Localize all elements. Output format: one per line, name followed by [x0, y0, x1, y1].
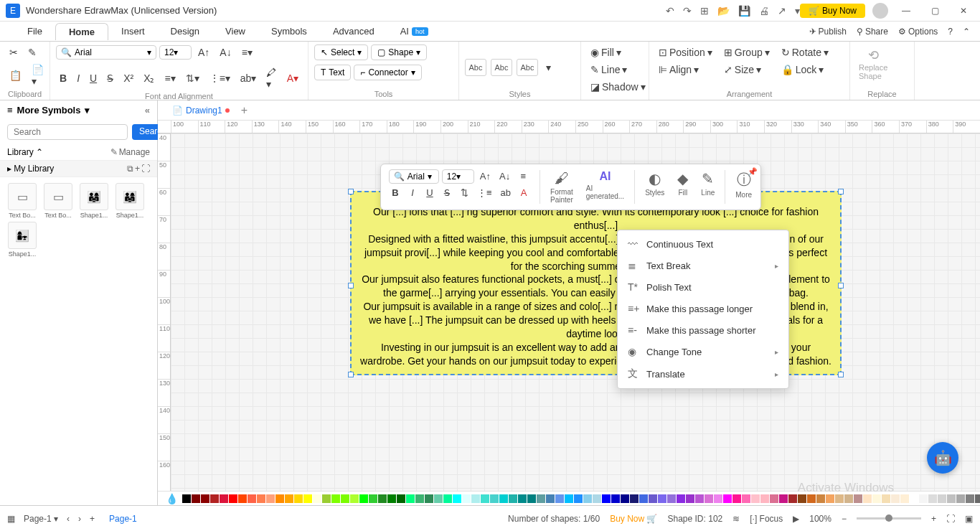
copy-button[interactable]: 📋 — [6, 67, 25, 83]
subscript-button[interactable]: X₂ — [140, 70, 158, 86]
color-swatch[interactable] — [555, 494, 564, 503]
collapse-panel-icon[interactable]: « — [145, 105, 150, 116]
color-swatch[interactable] — [900, 494, 909, 503]
color-swatch[interactable] — [350, 494, 359, 503]
shape-item[interactable]: 👨‍👩‍👧Shape1... — [113, 183, 146, 219]
color-swatch[interactable] — [406, 494, 415, 503]
color-swatch[interactable] — [686, 494, 694, 503]
tab-file[interactable]: File — [14, 23, 55, 39]
color-swatch[interactable] — [928, 494, 937, 503]
replace-shape-button[interactable]: ⟲Replace Shape — [856, 44, 890, 83]
color-swatch[interactable] — [611, 494, 620, 503]
shape-item[interactable]: 👨‍👩‍👧Shape1... — [77, 183, 110, 219]
color-swatch[interactable] — [490, 494, 499, 503]
color-swatch[interactable] — [705, 494, 713, 503]
float-format-painter[interactable]: 🖌Format Painter — [546, 169, 578, 205]
color-swatch[interactable] — [537, 494, 545, 503]
fullscreen-icon[interactable]: ▣ — [965, 514, 973, 524]
color-swatch[interactable] — [220, 494, 228, 503]
size-button[interactable]: ⤢ Size▾ — [720, 62, 773, 77]
duplicate-lib-icon[interactable]: ⧉ — [127, 164, 133, 174]
shape-item[interactable]: ▭Text Bo... — [42, 183, 75, 219]
ctx-make-longer[interactable]: ≡+Make this passage longer — [618, 298, 788, 319]
library-dropdown[interactable]: Library ⌃ — [7, 147, 43, 157]
color-swatch[interactable] — [751, 494, 760, 503]
superscript-button[interactable]: X² — [120, 70, 137, 86]
style-preview-2[interactable]: Abc — [491, 59, 512, 76]
color-swatch[interactable] — [770, 494, 778, 503]
connector-tool[interactable]: ⌐ Connector ▾ — [354, 65, 421, 80]
color-swatch[interactable] — [602, 494, 611, 503]
tab-insert[interactable]: Insert — [108, 23, 158, 39]
float-size-combo[interactable]: 12 ▾ — [442, 169, 474, 184]
help-button[interactable]: ? — [948, 27, 953, 37]
float-grow-font[interactable]: A↑ — [477, 169, 494, 184]
shrink-font[interactable]: A↓ — [216, 44, 235, 60]
color-swatch[interactable] — [257, 494, 265, 503]
color-swatch[interactable] — [863, 494, 872, 503]
collapse-ribbon[interactable]: ⌃ — [963, 27, 970, 37]
group-button[interactable]: ⊞ Group▾ — [720, 44, 773, 60]
float-align[interactable]: ≡ — [516, 169, 530, 184]
page-select[interactable]: Page-1 ▾ — [24, 514, 58, 524]
new-button[interactable]: ⊞ — [700, 5, 709, 17]
ctx-translate[interactable]: 文Translate▸ — [618, 362, 788, 385]
color-swatch[interactable] — [732, 494, 741, 503]
ctx-continuous-text[interactable]: 〰Continuous Text — [618, 233, 788, 255]
color-swatch[interactable] — [947, 494, 956, 503]
float-strike[interactable]: S̶ — [440, 185, 454, 200]
color-swatch[interactable] — [593, 494, 601, 503]
color-swatch[interactable] — [201, 494, 209, 503]
float-font-combo[interactable]: 🔍 Arial ▾ — [389, 169, 439, 184]
list-button[interactable]: ⋮≡▾ — [206, 70, 234, 86]
chat-bubble[interactable]: 🤖 — [927, 442, 958, 474]
underline-button[interactable]: U — [86, 70, 100, 86]
color-swatch[interactable] — [826, 494, 834, 503]
more-symbols-header[interactable]: ≡ More Symbols▾ « — [0, 100, 157, 120]
shadow-button[interactable]: ◪ Shadow▾ — [587, 79, 649, 95]
italic-button[interactable]: I — [73, 70, 83, 86]
focus-button[interactable]: [·] Focus — [750, 514, 783, 524]
color-swatch[interactable] — [359, 494, 368, 503]
color-swatch[interactable] — [854, 494, 862, 503]
fit-page-icon[interactable]: ⛶ — [946, 514, 955, 524]
float-bold[interactable]: B — [388, 185, 402, 200]
manage-button[interactable]: ✎ Manage — [110, 147, 150, 157]
eyedropper-button[interactable]: 💧 — [162, 491, 182, 505]
color-swatch[interactable] — [471, 494, 480, 503]
color-swatch[interactable] — [322, 494, 331, 503]
align-button[interactable]: ⊫ Align▾ — [655, 62, 716, 77]
highlight-button[interactable]: 🖍▾ — [263, 65, 280, 92]
color-swatch[interactable] — [621, 494, 629, 503]
color-swatch[interactable] — [639, 494, 648, 503]
color-swatch[interactable] — [807, 494, 816, 503]
float-ai-generated[interactable]: AIAI generated... — [582, 169, 628, 205]
shape-item[interactable]: 👩‍👧Shape1... — [6, 222, 39, 258]
zoom-slider[interactable] — [857, 517, 921, 520]
shape-item[interactable]: ▭Text Bo... — [6, 183, 39, 219]
float-spacing[interactable]: ⇅ — [457, 185, 471, 200]
color-swatch[interactable] — [546, 494, 555, 503]
color-swatch[interactable] — [919, 494, 928, 503]
color-swatch[interactable] — [369, 494, 377, 503]
paste-button[interactable]: 📄▾ — [28, 62, 47, 89]
color-swatch[interactable] — [285, 494, 293, 503]
ctx-make-shorter[interactable]: ≡-Make this passage shorter — [618, 319, 788, 341]
color-swatch[interactable] — [779, 494, 788, 503]
resize-handle[interactable] — [838, 372, 844, 377]
float-italic[interactable]: I — [405, 185, 420, 200]
float-pin-icon[interactable]: 📌 — [748, 167, 758, 177]
ctx-change-tone[interactable]: ◉Change Tone▸ — [618, 341, 788, 362]
ctx-polish-text[interactable]: T*Polish Text — [618, 276, 788, 298]
color-swatch[interactable] — [798, 494, 806, 503]
color-swatch[interactable] — [182, 494, 191, 503]
style-preview-1[interactable]: Abc — [465, 59, 486, 76]
status-buy-now[interactable]: Buy Now 🛒 — [610, 514, 657, 524]
text-tool[interactable]: T Text — [314, 65, 351, 80]
color-swatch[interactable] — [303, 494, 312, 503]
color-swatch[interactable] — [248, 494, 256, 503]
buy-now-button[interactable]: 🛒 Buy Now — [800, 4, 865, 18]
color-swatch[interactable] — [387, 494, 396, 503]
publish-button[interactable]: ✈ Publish — [809, 27, 847, 37]
styles-more[interactable]: ▾ — [542, 60, 555, 75]
